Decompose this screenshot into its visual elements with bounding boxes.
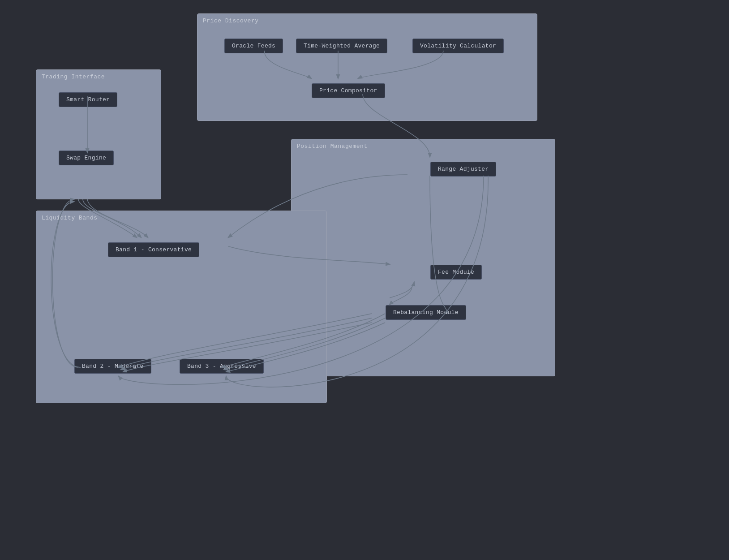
price-compositor-node: Price Compositor <box>312 83 385 98</box>
price-discovery-label: Price Discovery <box>203 17 259 24</box>
trading-interface-panel: Trading Interface Smart Router Swap Engi… <box>36 69 161 199</box>
trading-interface-label: Trading Interface <box>42 73 105 80</box>
position-management-label: Position Management <box>297 143 368 150</box>
band2-node: Band 2 - Moderate <box>74 359 151 374</box>
liquidity-bands-panel: Liquidity Bands Band 1 - Conservative Ba… <box>36 211 327 403</box>
range-adjuster-node: Range Adjuster <box>430 162 496 177</box>
time-weighted-node: Time-Weighted Average <box>296 39 387 53</box>
band3-node: Band 3 - Aggressive <box>180 359 264 374</box>
rebalancing-module-node: Rebalancing Module <box>386 305 466 320</box>
oracle-feeds-node: Oracle Feeds <box>224 39 283 53</box>
position-management-panel: Position Management Range Adjuster Fee M… <box>291 139 555 376</box>
swap-engine-node: Swap Engine <box>59 151 114 165</box>
price-discovery-panel: Price Discovery Oracle Feeds Time-Weight… <box>197 13 537 121</box>
band1-node: Band 1 - Conservative <box>108 242 199 257</box>
smart-router-node: Smart Router <box>59 92 117 107</box>
liquidity-bands-label: Liquidity Bands <box>42 215 98 221</box>
fee-module-node: Fee Module <box>430 265 482 280</box>
volatility-node: Volatility Calculator <box>412 39 504 53</box>
